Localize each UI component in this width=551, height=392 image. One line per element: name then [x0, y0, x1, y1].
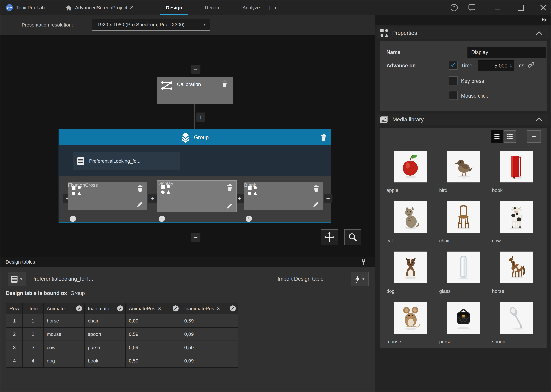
media-item-label: purse [439, 339, 451, 344]
home-icon[interactable] [65, 4, 72, 11]
edit-column-icon[interactable] [76, 305, 82, 311]
table-cell[interactable]: spoon [85, 328, 125, 341]
media-item[interactable]: cat [385, 200, 436, 247]
media-item[interactable]: dog [385, 250, 436, 298]
edit-pencil-icon[interactable] [137, 201, 143, 208]
timeline-canvas[interactable]: + Calibration + Group [0, 35, 375, 257]
clock-icon [69, 215, 76, 222]
trash-icon[interactable] [221, 80, 228, 88]
maximize-button[interactable] [517, 4, 525, 12]
table-cell[interactable]: horse [44, 314, 84, 327]
key-press-checkbox[interactable] [449, 76, 458, 85]
shapes-icon [380, 29, 388, 37]
design-table-tag[interactable]: PreferentialLooking_fo... [73, 152, 180, 170]
pan-tool-button[interactable] [321, 229, 338, 245]
presentation-resolution-dropdown[interactable]: 1920 x 1080 (Pro Spectrum, Pro TX300) ▼ [92, 19, 210, 31]
add-stimulus-button[interactable]: + [148, 194, 157, 203]
bound-to-label: Design table is bound to: [6, 290, 68, 296]
table-cell[interactable]: 0,09 [181, 354, 238, 367]
chevron-up-icon[interactable] [535, 31, 543, 35]
grid-view-button[interactable] [491, 130, 503, 143]
add-stimulus-button[interactable]: + [324, 194, 333, 203]
table-cell[interactable]: 0,59 [126, 328, 181, 341]
media-item[interactable]: glass [438, 250, 489, 298]
group-container[interactable]: Group PreferentialLooking_fo... + + + + [58, 129, 331, 223]
presentation-resolution-value: 1920 x 1080 (Pro Spectrum, Pro TX300) [97, 22, 203, 27]
cow-image [500, 201, 533, 233]
tabs-overflow-caret-icon[interactable]: ▼ [274, 6, 277, 10]
add-media-button[interactable]: + [527, 130, 541, 143]
link-icon[interactable] [527, 62, 535, 69]
list-view-button[interactable] [503, 130, 516, 143]
table-cell[interactable]: 0,09 [181, 328, 238, 341]
stimulus-node-blank[interactable]: Blank [244, 182, 323, 210]
table-cell[interactable]: 0,59 [126, 354, 181, 367]
table-cell[interactable]: 0,09 [126, 314, 181, 327]
time-checkbox[interactable]: ✓ [449, 61, 458, 70]
trash-icon[interactable] [320, 133, 327, 141]
table-cell[interactable]: cow [44, 341, 84, 354]
table-cell[interactable]: 0,59 [181, 314, 238, 327]
table-cell[interactable]: 0,09 [126, 341, 181, 354]
table-cell[interactable]: purse [85, 341, 125, 354]
media-item[interactable]: spoon [491, 301, 542, 348]
name-input[interactable]: Display [467, 47, 546, 58]
advance-on-label: Advance on [386, 63, 416, 69]
table-cell[interactable]: book [85, 354, 125, 367]
time-unit-label: ms [517, 63, 524, 69]
trash-icon[interactable] [227, 184, 233, 191]
trash-icon[interactable] [137, 185, 143, 192]
edit-column-icon[interactable] [230, 305, 236, 311]
app-name: Tobii Pro Lab [16, 0, 45, 15]
edit-pencil-icon[interactable] [313, 201, 319, 208]
stimulus-node-display[interactable]: Display [157, 180, 237, 212]
project-name[interactable]: AdvancedScreenProject_S... [75, 0, 138, 15]
table-cell[interactable]: chair [85, 314, 125, 327]
calibration-node[interactable]: Calibration [157, 77, 232, 104]
tab-analyze[interactable]: Analyze [236, 0, 267, 14]
zoom-tool-button[interactable] [344, 229, 361, 245]
edit-pencil-icon[interactable] [226, 203, 233, 209]
svg-text:!: ! [471, 5, 472, 9]
feedback-icon[interactable]: ! [468, 4, 476, 12]
table-cell[interactable]: mouse [44, 328, 84, 341]
table-cell[interactable]: 0,59 [181, 341, 238, 354]
media-item[interactable]: book [491, 149, 542, 197]
media-item[interactable]: apple [385, 149, 436, 197]
edit-column-icon[interactable] [173, 305, 179, 311]
media-item[interactable]: bird [438, 149, 489, 197]
media-item[interactable]: mouse [385, 301, 436, 348]
chevron-up-icon[interactable] [535, 117, 543, 122]
media-item[interactable]: chair [438, 200, 489, 247]
design-table-name[interactable]: PreferentialLooking_forT... [31, 272, 93, 286]
media-library-icon [380, 115, 389, 124]
trash-icon[interactable] [313, 185, 319, 192]
stimulus-node-fixationcross[interactable]: FixationCross [68, 182, 147, 210]
tab-design[interactable]: Design [160, 0, 188, 15]
media-library-section-header[interactable]: Media library [377, 114, 549, 126]
add-element-before-calibration-button[interactable]: + [191, 65, 200, 74]
design-table-selector-button[interactable]: ▼ [8, 272, 26, 286]
media-item[interactable]: horse [491, 250, 542, 298]
table-cell[interactable]: dog [44, 354, 84, 367]
close-button[interactable] [539, 4, 547, 12]
import-design-table-button[interactable]: ▼ [351, 272, 369, 286]
tab-record[interactable]: Record [198, 0, 227, 14]
media-item[interactable]: purse [438, 301, 489, 348]
add-element-between-button[interactable]: + [196, 112, 205, 122]
media-item[interactable]: cow [491, 200, 542, 247]
mouse-click-checkbox[interactable] [449, 91, 458, 100]
properties-section-header[interactable]: Properties [377, 27, 549, 39]
pin-icon[interactable] [361, 259, 366, 265]
column-header: AnimatePos_X [126, 303, 181, 314]
time-spinner[interactable]: 5 000 ▲▼ [478, 60, 514, 71]
minimize-button[interactable] [493, 4, 501, 12]
help-icon[interactable]: ? [450, 4, 458, 12]
group-header[interactable]: Group [59, 130, 331, 145]
collapse-panel-icon[interactable] [541, 17, 548, 22]
edit-column-icon[interactable] [117, 305, 123, 311]
add-element-after-group-button[interactable]: + [191, 233, 200, 242]
spinner-arrows-icon[interactable]: ▲▼ [510, 63, 512, 69]
connector-line [195, 104, 195, 129]
lightning-icon [354, 275, 360, 283]
